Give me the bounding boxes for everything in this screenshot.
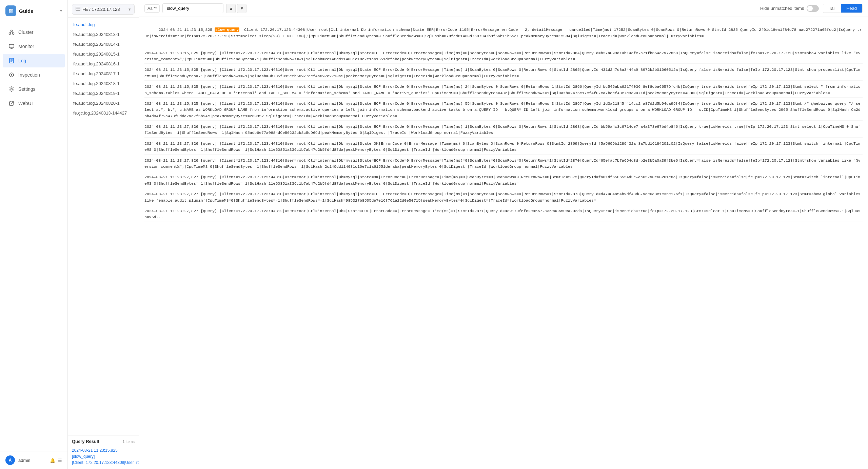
sidebar-item-label-log: Log: [18, 58, 26, 63]
avatar: A: [5, 455, 15, 465]
sidebar-item-label-settings: Settings: [18, 86, 36, 92]
settings-icon: [8, 86, 15, 93]
sidebar-item-webui[interactable]: WebUI: [3, 97, 65, 110]
sidebar: Guide ▾ Cluster: [0, 0, 68, 469]
search-up-button[interactable]: ▲: [226, 4, 236, 13]
sidebar-logo[interactable]: Guide ▾: [0, 0, 67, 22]
sidebar-nav: Cluster Monitor Log: [0, 22, 67, 451]
head-button[interactable]: Head: [841, 4, 862, 13]
file-selector-icon: [76, 6, 80, 12]
svg-point-0: [9, 9, 11, 11]
svg-line-7: [10, 32, 12, 33]
logo-icon: [5, 5, 16, 16]
query-result-title: Query Result: [72, 439, 99, 444]
log-entry-4: 2024-08-21 11:23:15,825 [query] |Client=…: [144, 100, 863, 121]
file-list: fe.audit.log fe.audit.log.20240813-1 fe.…: [68, 18, 139, 435]
file-selector-dropdown[interactable]: FE / 172.20.17.123 ▾: [72, 4, 135, 15]
svg-point-18: [11, 88, 13, 90]
tail-button[interactable]: Tail: [823, 4, 841, 13]
sidebar-item-cluster[interactable]: Cluster: [3, 25, 65, 39]
query-result-header: Query Result 1 items: [72, 439, 135, 444]
file-selector-label: FE / 172.20.17.123: [82, 7, 120, 12]
toggle-knob: [807, 6, 813, 11]
chevron-down-icon: ▾: [129, 7, 131, 12]
hide-unmatched-label: Hide unmatched items: [760, 6, 804, 11]
hide-unmatched-control: Hide unmatched items: [760, 5, 819, 12]
file-item-4[interactable]: fe.audit.log.20240816-1: [68, 59, 139, 69]
file-item-1[interactable]: fe.audit.log.20240813-1: [68, 29, 139, 39]
log-icon: [8, 57, 15, 64]
log-entry-7: 2024-08-21 11:23:27,826 [query] |Client=…: [144, 157, 863, 171]
tail-head-buttons: Tail Head: [823, 4, 863, 13]
log-entry-8: 2024-08-21 11:23:27,827 [query] |Client=…: [144, 173, 863, 188]
file-item-2[interactable]: fe.audit.log.20240814-1: [68, 39, 139, 49]
sidebar-item-inspection[interactable]: Inspection: [3, 68, 65, 82]
svg-point-6: [13, 33, 14, 35]
svg-rect-9: [9, 44, 14, 48]
file-item-7[interactable]: fe.audit.log.20240819-1: [68, 88, 139, 98]
svg-point-5: [9, 33, 11, 35]
file-panel-header: FE / 172.20.17.123 ▾: [68, 0, 139, 18]
logo-chevron-icon: ▾: [60, 8, 62, 13]
footer-icons: 🔔 ☰: [50, 458, 62, 463]
log-entry-2: 2024-08-21 11:23:15,825 [query] |Client=…: [144, 66, 863, 81]
username-label: admin: [18, 458, 30, 463]
file-item-3[interactable]: fe.audit.log.20240815-1: [68, 49, 139, 59]
query-result-item-0[interactable]: 2024-08-21 11:23:15,825 [slow_query] |Cl…: [72, 446, 135, 467]
search-arrows: ▲ ▼: [226, 4, 246, 13]
menu-icon[interactable]: ☰: [58, 458, 62, 463]
search-input-wrap: [162, 3, 223, 13]
highlight-slow-query: slow_query: [215, 27, 239, 32]
sidebar-item-label-webui: WebUI: [18, 101, 33, 106]
svg-point-2: [9, 11, 11, 13]
sidebar-item-settings[interactable]: Settings: [3, 82, 65, 96]
app-title: Guide: [19, 8, 34, 14]
sidebar-item-log[interactable]: Log: [3, 54, 65, 67]
file-item-9[interactable]: fe.gc.log.20240813-144427: [68, 108, 139, 118]
log-entry-10: 2024-08-21 11:23:27,827 [query] |Client=…: [144, 207, 863, 222]
file-item-5[interactable]: fe.audit.log.20240817-1: [68, 69, 139, 79]
log-entry-0: 2024-08-21 11:23:15,825 slow_query |Clie…: [144, 20, 863, 47]
log-entry-3: 2024-08-21 11:23:15,825 [query] |Client=…: [144, 83, 863, 98]
search-options[interactable]: Aa **: [144, 4, 160, 13]
bell-icon[interactable]: 🔔: [50, 458, 55, 463]
file-item-8[interactable]: fe.audit.log.20240820-1: [68, 98, 139, 108]
log-entry-9: 2024-08-21 11:23:27,827 [query] |Client=…: [144, 190, 863, 205]
search-options-label: Aa **: [147, 6, 157, 11]
log-entry-1: 2024-08-21 11:23:15,825 [query] |Client=…: [144, 49, 863, 64]
sidebar-footer: A admin 🔔 ☰: [0, 451, 67, 469]
log-entry-6: 2024-08-21 11:23:27,826 [query] |Client=…: [144, 140, 863, 155]
file-item-6[interactable]: fe.audit.log.20240818-1: [68, 79, 139, 88]
webui-icon: [8, 100, 15, 107]
main-content: Aa ** ▲ ▼ Hide unmatched items Tail Head…: [139, 0, 868, 469]
log-content: 2024-08-21 11:23:15,825 slow_query |Clie…: [139, 17, 868, 469]
sidebar-item-monitor[interactable]: Monitor: [3, 40, 65, 53]
query-result-section: Query Result 1 items 2024-08-21 11:23:15…: [68, 435, 139, 469]
hide-unmatched-toggle[interactable]: [807, 5, 819, 12]
sidebar-item-label-inspection: Inspection: [18, 72, 40, 78]
cluster-icon: [8, 29, 15, 36]
svg-point-1: [11, 9, 13, 11]
svg-point-3: [11, 11, 13, 13]
query-result-count: 1 items: [123, 440, 135, 444]
file-panel: FE / 172.20.17.123 ▾ fe.audit.log fe.aud…: [68, 0, 139, 469]
file-item-0[interactable]: fe.audit.log: [68, 20, 139, 29]
search-bar: Aa ** ▲ ▼ Hide unmatched items Tail Head: [139, 0, 868, 17]
log-entry-5: 2024-08-21 11:23:27,826 [query] |Client=…: [144, 123, 863, 138]
svg-point-4: [11, 30, 13, 32]
sidebar-item-label-cluster: Cluster: [18, 29, 33, 35]
monitor-icon: [8, 43, 15, 50]
search-right: Hide unmatched items Tail Head: [760, 4, 863, 13]
sidebar-item-label-monitor: Monitor: [18, 44, 34, 49]
search-down-button[interactable]: ▼: [237, 4, 246, 13]
search-input[interactable]: [162, 3, 223, 13]
svg-line-8: [12, 32, 13, 33]
svg-point-17: [11, 74, 12, 76]
inspection-icon: [8, 72, 15, 78]
svg-rect-19: [76, 7, 80, 11]
